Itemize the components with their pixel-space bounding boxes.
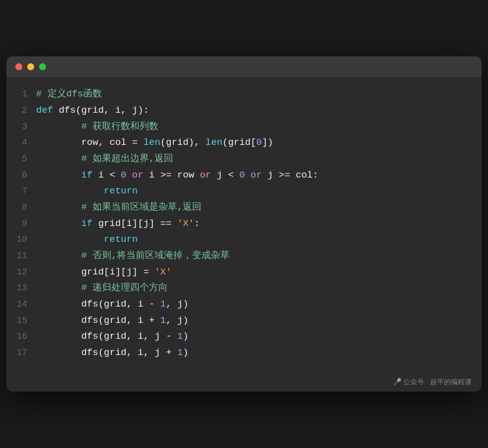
token	[245, 170, 250, 180]
token: 0	[256, 137, 262, 148]
token: len	[144, 137, 160, 148]
line-number: 10	[14, 232, 36, 247]
line-content: if i < 0 or i >= row or j < 0 or j >= co…	[36, 167, 474, 183]
line-content: # 获取行数和列数	[36, 119, 474, 135]
token: 1	[177, 347, 183, 358]
token: 1	[177, 331, 183, 342]
line-number: 12	[14, 265, 36, 280]
line-content: if grid[i][j] == 'X':	[36, 216, 474, 232]
token	[36, 170, 81, 180]
line-number: 2	[14, 103, 36, 118]
titlebar	[6, 56, 482, 77]
code-line: 6 if i < 0 or i >= row or j < 0 or j >= …	[6, 167, 482, 183]
token: dfs	[81, 299, 98, 310]
token: , j)	[166, 299, 189, 310]
token: i <	[93, 170, 121, 180]
line-content: # 如果超出边界,返回	[36, 151, 474, 167]
token	[36, 267, 81, 277]
token	[36, 299, 81, 310]
token	[36, 234, 104, 245]
code-line: 8 # 如果当前区域是杂草,返回	[6, 199, 482, 216]
token: j >= col:	[262, 170, 318, 180]
token: (grid),	[160, 137, 205, 148]
token: (grid, i, j +	[98, 347, 177, 358]
token: grid[i][j] ==	[93, 218, 177, 229]
code-line: 16 dfs(grid, i, j - 1)	[6, 328, 482, 345]
line-content: return	[36, 183, 474, 199]
token	[36, 218, 81, 229]
line-number: 17	[14, 345, 36, 360]
line-content: grid[i][j] = 'X'	[36, 264, 474, 280]
code-area: 1# 定义dfs函数2def dfs(grid, i, j):3 # 获取行数和…	[6, 77, 482, 375]
code-line: 3 # 获取行数和列数	[6, 119, 482, 135]
token: (grid, i -	[98, 299, 160, 310]
token: len	[205, 137, 222, 148]
code-line: 10 return	[6, 231, 482, 248]
token: or	[200, 170, 211, 180]
token: )	[183, 331, 188, 342]
token: j <	[211, 170, 240, 180]
token: i >= row	[144, 170, 200, 180]
line-number: 8	[14, 200, 36, 215]
code-line: 7 return	[6, 183, 482, 199]
token: dfs	[81, 315, 98, 326]
maximize-button[interactable]	[39, 63, 46, 70]
token: 1	[160, 299, 166, 310]
line-number: 14	[14, 297, 36, 312]
token: dfs	[81, 347, 98, 358]
minimize-button[interactable]	[27, 63, 34, 70]
token: (	[76, 105, 81, 116]
token: dfs	[59, 105, 76, 116]
line-content: # 定义dfs函数	[36, 86, 474, 102]
token: # 如果超出边界,返回	[36, 153, 173, 164]
token: dfs	[81, 331, 98, 342]
code-line: 1# 定义dfs函数	[6, 86, 482, 102]
token: (grid, i, j -	[98, 331, 177, 342]
code-line: 4 row, col = len(grid), len(grid[0])	[6, 134, 482, 151]
token	[126, 170, 132, 180]
token: ):	[138, 105, 149, 116]
token	[36, 185, 104, 196]
line-number: 16	[14, 329, 36, 344]
token: grid[i][j] =	[81, 267, 154, 277]
token: grid, i, j	[81, 105, 138, 116]
line-content: dfs(grid, i, j + 1)	[36, 345, 474, 361]
line-number: 6	[14, 168, 36, 183]
token: def	[36, 105, 53, 116]
line-number: 3	[14, 119, 36, 134]
code-line: 13 # 递归处理四个方向	[6, 280, 482, 296]
token: if	[81, 170, 93, 180]
code-line: 9 if grid[i][j] == 'X':	[6, 216, 482, 232]
token: or	[132, 170, 144, 180]
token	[36, 315, 81, 326]
line-content: # 递归处理四个方向	[36, 280, 474, 296]
close-button[interactable]	[15, 63, 22, 70]
token: )	[183, 347, 188, 358]
token	[36, 347, 81, 358]
line-content: # 如果当前区域是杂草,返回	[36, 199, 474, 216]
code-line: 11 # 否则,将当前区域淹掉，变成杂草	[6, 248, 482, 264]
code-line: 12 grid[i][j] = 'X'	[6, 264, 482, 280]
code-window: 1# 定义dfs函数2def dfs(grid, i, j):3 # 获取行数和…	[6, 56, 482, 391]
token	[36, 331, 81, 342]
token: 0	[240, 170, 245, 180]
line-content: dfs(grid, i + 1, j)	[36, 313, 474, 329]
token: (grid, i +	[98, 315, 160, 326]
token: # 递归处理四个方向	[36, 282, 168, 293]
token: # 如果当前区域是杂草,返回	[36, 202, 201, 213]
line-number: 9	[14, 216, 36, 231]
code-line: 15 dfs(grid, i + 1, j)	[6, 313, 482, 329]
token: return	[104, 234, 138, 245]
token: 1	[160, 315, 166, 326]
token: # 否则,将当前区域淹掉，变成杂草	[36, 250, 230, 261]
token: :	[194, 218, 199, 229]
line-number: 7	[14, 183, 36, 199]
line-number: 13	[14, 280, 36, 296]
token	[36, 137, 81, 148]
token: or	[250, 170, 262, 180]
token: ])	[262, 137, 273, 148]
token	[53, 105, 58, 116]
token: # 定义dfs函数	[36, 89, 102, 99]
token: 0	[121, 170, 126, 180]
line-number: 15	[14, 313, 36, 328]
